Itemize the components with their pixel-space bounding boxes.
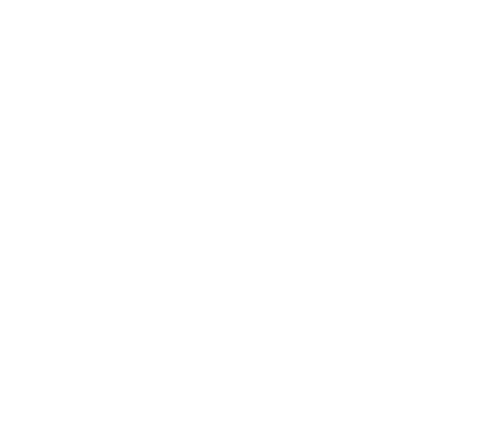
- process-diagram: [0, 0, 504, 429]
